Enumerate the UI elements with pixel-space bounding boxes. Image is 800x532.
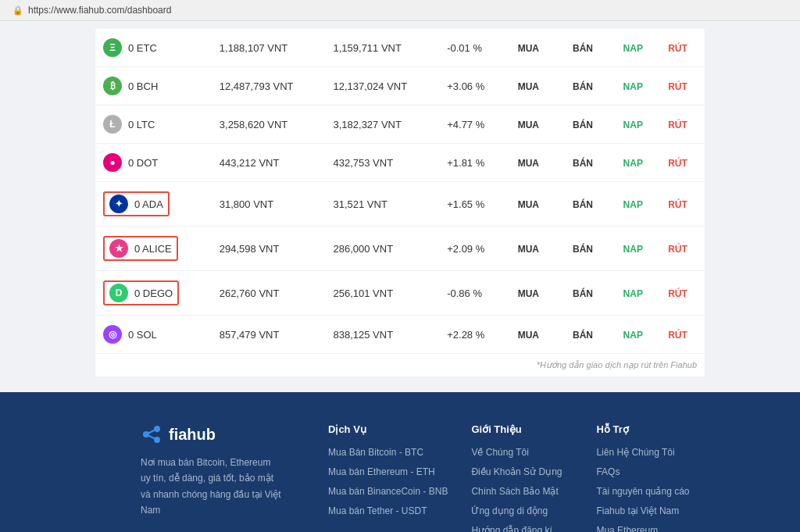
etc-sell-button[interactable]: BÁN bbox=[570, 43, 596, 54]
ltc-sell-button[interactable]: BÁN bbox=[570, 120, 596, 130]
ada-buy-button[interactable]: MUA bbox=[515, 199, 542, 210]
sol-deposit-button[interactable]: NAP bbox=[623, 330, 643, 341]
url-bar: 🔒 https://www.fiahub.com/dashboard bbox=[0, 0, 800, 21]
ltc-buy-button[interactable]: MUA bbox=[515, 120, 542, 130]
table-row: ✦0 ADA31,800 VNT31,521 VNT+1.65 %MUABÁNN… bbox=[95, 182, 705, 227]
dot-withdraw-button[interactable]: RÚT bbox=[668, 158, 688, 169]
footer-col-2: Hỗ TrợLiên Hệ Chúng TôiFAQsTài nguyên qu… bbox=[596, 423, 698, 532]
ada-sell-button[interactable]: BÁN bbox=[570, 199, 596, 210]
dot-sell-price: 432,753 VNT bbox=[326, 144, 440, 182]
alice-balance: 0 ALICE bbox=[134, 243, 172, 255]
alice-buy-price: 294,598 VNT bbox=[212, 227, 326, 271]
footer-link-1-2[interactable]: Chính Sách Bảo Mật bbox=[471, 486, 558, 497]
sol-buy-price: 857,479 VNT bbox=[212, 316, 326, 354]
coin-cell-bch: ₿0 BCH bbox=[103, 77, 204, 95]
coin-cell-dot: ●0 DOT bbox=[103, 153, 204, 172]
footer-link-2-2[interactable]: Tài nguyên quảng cáo bbox=[596, 486, 689, 497]
dot-buy-button[interactable]: MUA bbox=[515, 158, 542, 169]
sol-buy-button[interactable]: MUA bbox=[515, 330, 542, 341]
ada-sell-price: 31,521 VNT bbox=[326, 182, 440, 227]
ada-change: +1.65 % bbox=[439, 182, 506, 227]
dot-deposit-button[interactable]: NAP bbox=[623, 158, 643, 169]
footer: fiahub Nơi mua bán Bitcoin, Ethereum uy … bbox=[0, 392, 800, 532]
footer-link-1-4[interactable]: Hướng dẫn đăng kí bbox=[471, 525, 552, 532]
ltc-sell-price: 3,182,327 VNT bbox=[326, 105, 440, 144]
svg-line-3 bbox=[146, 429, 157, 434]
bch-withdraw-button[interactable]: RÚT bbox=[668, 81, 688, 92]
alice-deposit-button[interactable]: NAP bbox=[623, 244, 643, 255]
ada-icon: ✦ bbox=[109, 195, 128, 213]
url-text: https://www.fiahub.com/dashboard bbox=[28, 5, 171, 16]
etc-withdraw-button[interactable]: RÚT bbox=[668, 43, 688, 54]
bch-buy-button[interactable]: MUA bbox=[515, 81, 542, 92]
footer-col-0: Dịch VụMua Bán Bitcoin - BTCMua bán Ethe… bbox=[328, 423, 448, 532]
etc-change: -0.01 % bbox=[439, 29, 506, 67]
etc-deposit-button[interactable]: NAP bbox=[623, 43, 643, 54]
footer-link-1-0[interactable]: Về Chúng Tôi bbox=[471, 447, 529, 458]
ada-withdraw-button[interactable]: RÚT bbox=[668, 199, 688, 210]
footer-link-0-0[interactable]: Mua Bán Bitcoin - BTC bbox=[328, 447, 423, 458]
table-row: ●0 DOT443,212 VNT432,753 VNT+1.81 %MUABÁ… bbox=[95, 144, 705, 182]
dot-change: +1.81 % bbox=[439, 144, 506, 182]
footer-inner: fiahub Nơi mua bán Bitcoin, Ethereum uy … bbox=[0, 423, 800, 532]
alice-change: +2.09 % bbox=[439, 227, 506, 271]
ltc-withdraw-button[interactable]: RÚT bbox=[668, 120, 688, 130]
bch-deposit-button[interactable]: NAP bbox=[623, 81, 643, 92]
etc-sell-price: 1,159,711 VNT bbox=[326, 29, 440, 67]
sol-sell-button[interactable]: BÁN bbox=[570, 330, 596, 341]
footer-col-title-1: Giới Thiệu bbox=[471, 423, 573, 435]
table-row: D0 DEGO262,760 VNT256,101 VNT-0.86 %MUAB… bbox=[95, 271, 705, 316]
coin-cell-alice: ★0 ALICE bbox=[103, 236, 178, 261]
crypto-table-container: Ξ0 ETC1,188,107 VNT1,159,711 VNT-0.01 %M… bbox=[95, 29, 705, 377]
ada-deposit-button[interactable]: NAP bbox=[623, 199, 643, 210]
dot-icon: ● bbox=[103, 153, 122, 172]
ltc-change: +4.77 % bbox=[439, 105, 506, 144]
ltc-icon: Ł bbox=[103, 115, 122, 134]
coin-cell-ada: ✦0 ADA bbox=[103, 191, 170, 216]
dego-change: -0.86 % bbox=[439, 271, 506, 316]
bch-balance: 0 BCH bbox=[128, 80, 158, 92]
footer-link-2-3[interactable]: Fiahub tại Việt Nam bbox=[596, 505, 679, 516]
sol-change: +2.28 % bbox=[439, 316, 506, 354]
main-content: Ξ0 ETC1,188,107 VNT1,159,711 VNT-0.01 %M… bbox=[0, 21, 800, 392]
dego-sell-button[interactable]: BÁN bbox=[570, 288, 596, 299]
dot-buy-price: 443,212 VNT bbox=[212, 144, 326, 182]
footer-link-0-2[interactable]: Mua bán BinanceCoin - BNB bbox=[328, 486, 448, 497]
coin-cell-etc: Ξ0 ETC bbox=[103, 38, 204, 57]
bch-icon: ₿ bbox=[103, 77, 122, 95]
ltc-deposit-button[interactable]: NAP bbox=[623, 120, 643, 130]
coin-cell-ltc: Ł0 LTC bbox=[103, 115, 204, 134]
footer-col-1: Giới ThiệuVề Chúng TôiĐiều Khoản Sử Dụng… bbox=[471, 423, 573, 532]
lock-icon: 🔒 bbox=[12, 5, 23, 16]
alice-buy-button[interactable]: MUA bbox=[515, 244, 542, 255]
footer-link-2-4[interactable]: Mua Ethereum bbox=[596, 525, 658, 532]
footer-logo-text: fiahub bbox=[169, 426, 216, 444]
coin-cell-sol: ◎0 SOL bbox=[103, 325, 204, 344]
bch-change: +3.06 % bbox=[439, 67, 506, 105]
dego-deposit-button[interactable]: NAP bbox=[623, 288, 643, 299]
alice-sell-price: 286,000 VNT bbox=[326, 227, 440, 271]
dot-sell-button[interactable]: BÁN bbox=[570, 158, 596, 169]
etc-buy-button[interactable]: MUA bbox=[515, 43, 542, 54]
alice-sell-button[interactable]: BÁN bbox=[570, 244, 596, 255]
bch-sell-button[interactable]: BÁN bbox=[570, 81, 596, 92]
sol-withdraw-button[interactable]: RÚT bbox=[668, 330, 688, 341]
footer-link-1-1[interactable]: Điều Khoản Sử Dụng bbox=[471, 466, 562, 477]
table-row: ◎0 SOL857,479 VNT838,125 VNT+2.28 %MUABÁ… bbox=[95, 316, 705, 354]
alice-withdraw-button[interactable]: RÚT bbox=[668, 244, 688, 255]
footer-brand: fiahub Nơi mua bán Bitcoin, Ethereum uy … bbox=[141, 423, 297, 532]
dego-withdraw-button[interactable]: RÚT bbox=[668, 288, 688, 299]
ada-balance: 0 ADA bbox=[134, 198, 163, 210]
alice-icon: ★ bbox=[109, 239, 128, 258]
sol-icon: ◎ bbox=[103, 325, 122, 344]
footer-link-2-1[interactable]: FAQs bbox=[596, 466, 620, 477]
footer-link-0-1[interactable]: Mua bán Ethereum - ETH bbox=[328, 466, 435, 477]
etc-balance: 0 ETC bbox=[128, 42, 157, 54]
fiahub-logo-icon bbox=[141, 423, 162, 445]
dego-buy-price: 262,760 VNT bbox=[212, 271, 326, 316]
dego-buy-button[interactable]: MUA bbox=[515, 288, 542, 299]
footer-link-2-0[interactable]: Liên Hệ Chúng Tôi bbox=[596, 447, 674, 458]
dot-balance: 0 DOT bbox=[128, 157, 158, 169]
footer-link-0-3[interactable]: Mua bán Tether - USDT bbox=[328, 505, 427, 516]
footer-link-1-3[interactable]: Ứng dụng di động bbox=[471, 505, 548, 516]
